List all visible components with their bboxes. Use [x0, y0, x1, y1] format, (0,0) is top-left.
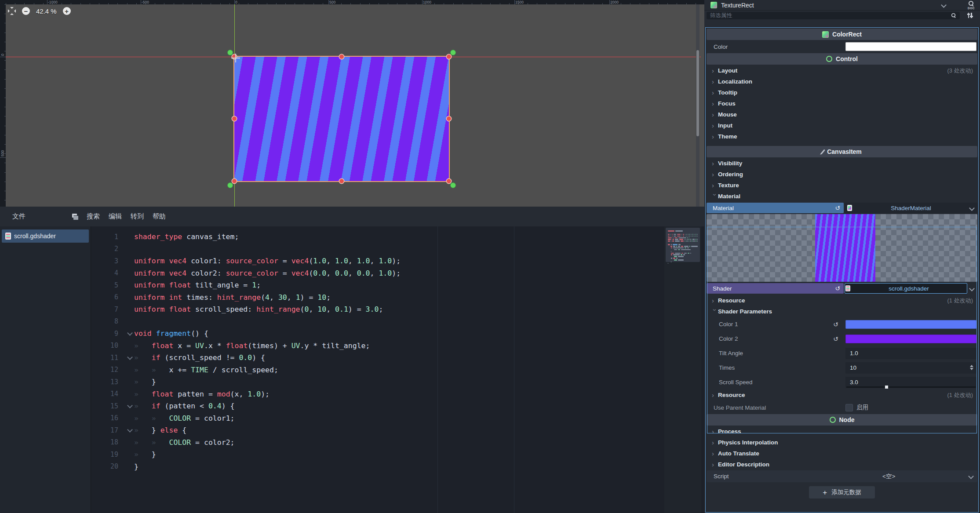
fold-column[interactable] — [125, 357, 134, 359]
fold-column[interactable] — [125, 405, 134, 407]
anchor-handle-bottomright[interactable] — [451, 183, 455, 188]
shader-property-cell[interactable]: Shader ↺ — [707, 283, 844, 294]
open-docs-button[interactable]: DOC — [965, 0, 977, 10]
code-line[interactable]: 14» float patten = mod(x, 1.0); — [91, 388, 704, 400]
code-line[interactable]: 12» » x += TIME / scroll_speed; — [91, 364, 704, 376]
code-line[interactable]: 1shader_type canvas_item; — [91, 231, 704, 243]
section-header-colorrect[interactable]: ColorRect — [707, 29, 977, 40]
code-minimap-viewport[interactable] — [666, 228, 700, 262]
color-picker-swatch[interactable] — [845, 335, 976, 343]
section-resource-bottom[interactable]: › Resource (1 处改动) — [707, 389, 977, 400]
slider-thumb[interactable] — [885, 386, 888, 389]
code-line[interactable]: 19» } — [91, 448, 704, 461]
filter-properties-input[interactable]: 筛选属性 — [707, 12, 960, 19]
sidebar-section-visibility[interactable]: ›Visibility — [707, 158, 977, 169]
revert-icon[interactable]: ↺ — [833, 321, 838, 328]
inspector-options-button[interactable] — [963, 11, 976, 19]
resize-handle-right[interactable] — [447, 116, 451, 121]
resize-handle-left[interactable] — [232, 116, 237, 121]
code-line[interactable]: 2 — [91, 243, 704, 255]
resize-handle-top[interactable] — [339, 55, 344, 59]
fold-column[interactable] — [125, 429, 134, 432]
code-line[interactable]: 16» » COLOR = color1; — [91, 412, 704, 425]
section-header-control[interactable]: Control — [707, 53, 977, 65]
fold-column[interactable] — [125, 332, 134, 335]
param-value-field[interactable]: 3.0 — [845, 377, 976, 388]
resize-handle-bottom[interactable] — [339, 179, 344, 183]
sidebar-section-localization[interactable]: ›Localization — [707, 76, 977, 87]
code-line[interactable]: 15» if (patten < 0.4) { — [91, 400, 704, 412]
code-line[interactable]: 5uniform float tilt_angle = 1; — [91, 279, 704, 291]
shader-file-dropdown[interactable]: scroll.gdshader — [845, 283, 967, 294]
canvas-viewport[interactable]: -1000-5000500100015002000 0500 − 42.4 % … — [0, 0, 704, 207]
sidebar-section-process[interactable]: ›Process — [707, 426, 977, 437]
zoom-in-button[interactable]: + — [63, 7, 71, 15]
fold-chevron-icon[interactable] — [127, 354, 133, 360]
sidebar-section-physics-interpolation[interactable]: ›Physics Interpolation — [707, 437, 977, 448]
sidebar-section-texture[interactable]: ›Texture — [707, 180, 977, 191]
code-line[interactable]: 11» if (scroll_speed != 0.0) { — [91, 352, 704, 364]
viewport-scrollbar[interactable] — [696, 4, 699, 207]
code-line[interactable]: 3uniform vec4 color1: source_color = vec… — [91, 255, 704, 267]
menu-edit[interactable]: 编辑 — [104, 211, 126, 222]
sidebar-section-theme[interactable]: ›Theme — [707, 131, 977, 142]
add-metadata-button[interactable]: + 添加元数据 — [809, 486, 875, 498]
spinner-icon[interactable] — [970, 365, 973, 370]
slider-track[interactable] — [846, 386, 976, 388]
code-line[interactable]: 9void fragment() { — [91, 327, 704, 340]
code-minimap[interactable] — [664, 226, 701, 513]
section-resource-top[interactable]: › Resource (1 处改动) — [707, 295, 977, 306]
center-view-icon[interactable] — [8, 7, 16, 15]
colorrect-node-striped[interactable] — [234, 57, 449, 181]
section-material-expanded[interactable]: › Material — [707, 191, 977, 202]
revert-icon[interactable]: ↺ — [835, 285, 840, 291]
zoom-level-label[interactable]: 42.4 % — [36, 7, 57, 15]
color-picker-swatch[interactable] — [845, 320, 976, 329]
sidebar-section-tooltip[interactable]: ›Tooltip — [707, 87, 977, 98]
code-line[interactable]: 18» » COLOR = color2; — [91, 437, 704, 449]
section-header-canvasitem[interactable]: CanvasItem — [707, 146, 977, 157]
fold-chevron-icon[interactable] — [127, 427, 133, 433]
sidebar-section-ordering[interactable]: ›Ordering — [707, 169, 977, 180]
use-parent-material-checkbox[interactable] — [845, 404, 853, 411]
code-line[interactable]: 6uniform int times: hint_range(4, 30, 1)… — [91, 291, 704, 304]
shader-file-item-selected[interactable]: scroll.gdshader — [2, 229, 89, 243]
sidebar-section-layout[interactable]: ›Layout(3 处改动) — [707, 65, 977, 76]
sidebar-section-auto-translate[interactable]: ›Auto Translate — [707, 448, 977, 459]
menu-goto[interactable]: 转到 — [126, 211, 148, 222]
fold-chevron-icon[interactable] — [127, 403, 133, 408]
sidebar-section-mouse[interactable]: ›Mouse — [707, 109, 977, 120]
node-selector[interactable]: TextureRect DOC — [704, 0, 980, 11]
shadermaterial-dropdown[interactable]: ShaderMaterial — [845, 203, 977, 213]
anchor-handle-bottomleft[interactable] — [228, 183, 233, 188]
param-value-field[interactable]: 1.0 — [845, 348, 976, 359]
code-line[interactable]: 8 — [91, 316, 704, 328]
property-row-script[interactable]: Script <空> — [707, 470, 977, 482]
code-line[interactable]: 4uniform vec4 color2: source_color = vec… — [91, 267, 704, 280]
zoom-out-button[interactable]: − — [22, 7, 30, 15]
material-preview[interactable] — [707, 214, 977, 282]
resize-handle-bottomright[interactable] — [447, 179, 451, 183]
menu-search[interactable]: 搜索 — [82, 211, 104, 222]
resize-handle-bottomleft[interactable] — [232, 179, 237, 183]
viewport-scrollbar-thumb[interactable] — [696, 50, 699, 136]
sidebar-section-input[interactable]: ›Input — [707, 120, 977, 131]
fold-chevron-icon[interactable] — [127, 330, 133, 336]
code-line[interactable]: 7uniform float scroll_speed: hint_range(… — [91, 303, 704, 316]
code-line[interactable]: 13» } — [91, 376, 704, 388]
sidebar-section-editor-description[interactable]: ›Editor Description — [707, 459, 977, 470]
anchor-handle-topright[interactable] — [451, 50, 455, 55]
sidebar-section-focus[interactable]: ›Focus — [707, 98, 977, 109]
code-line[interactable]: 17» } else { — [91, 424, 704, 437]
param-value-field[interactable]: 10 — [845, 362, 976, 374]
code-line[interactable]: 20} — [91, 461, 704, 473]
material-property-cell[interactable]: Material ↺ — [707, 203, 844, 213]
revert-icon[interactable]: ↺ — [833, 335, 838, 342]
revert-icon[interactable]: ↺ — [835, 205, 840, 211]
menu-file[interactable]: 文件 — [8, 211, 30, 222]
section-header-node[interactable]: Node — [707, 414, 977, 426]
code-line[interactable]: 10» float x = UV.x * float(times) + UV.y… — [91, 340, 704, 352]
code-lines[interactable]: 1shader_type canvas_item;23uniform vec4 … — [91, 231, 704, 473]
float-panel-icon[interactable] — [72, 214, 79, 219]
section-shader-parameters[interactable]: › Shader Parameters — [707, 306, 977, 317]
